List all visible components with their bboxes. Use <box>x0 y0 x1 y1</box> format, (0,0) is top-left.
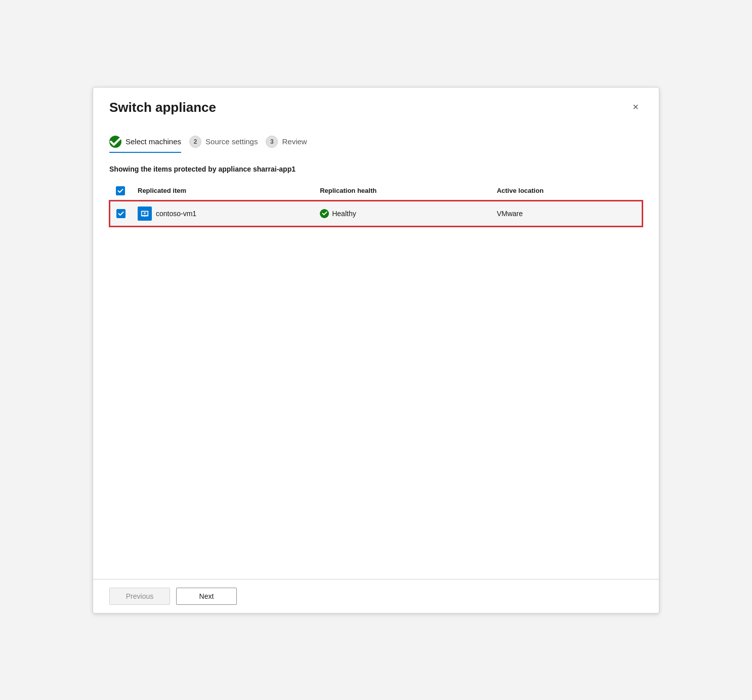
wizard-step-review[interactable]: 3 Review <box>266 136 307 153</box>
machines-table: Replicated item Replication health Activ… <box>109 181 643 227</box>
wizard-steps: Select machines 2 Source settings 3 Revi… <box>109 136 643 153</box>
table-row[interactable]: contoso-vm1 Healthy <box>110 201 642 226</box>
dialog-title: Switch appliance <box>109 100 216 115</box>
vm-icon <box>138 207 152 221</box>
row-name-cell: contoso-vm1 <box>132 201 314 226</box>
step-circle-1 <box>109 136 121 148</box>
step-label-3: Review <box>282 137 307 146</box>
health-container: Healthy <box>320 209 484 218</box>
step-separator-1 <box>181 144 189 144</box>
step-label-1: Select machines <box>126 137 181 146</box>
header-row: Replicated item Replication health Activ… <box>110 181 642 201</box>
table-subtitle: Showing the items protected by appliance… <box>109 165 643 173</box>
row-location-cell: VMware <box>491 201 642 226</box>
header-replicated-item: Replicated item <box>132 181 314 201</box>
dialog-footer: Previous Next <box>93 579 659 613</box>
previous-button[interactable]: Previous <box>109 588 170 605</box>
next-button[interactable]: Next <box>176 588 237 605</box>
table-container: Replicated item Replication health Activ… <box>109 181 643 567</box>
health-icon <box>320 209 329 218</box>
wizard-step-select-machines[interactable]: Select machines <box>109 136 181 153</box>
header-replication-health: Replication health <box>314 181 490 201</box>
step-circle-3: 3 <box>266 136 278 148</box>
item-name-container: contoso-vm1 <box>138 207 308 221</box>
dialog-header: Switch appliance × <box>93 88 659 123</box>
row-checkbox[interactable] <box>116 209 126 218</box>
step-circle-2: 2 <box>189 136 201 148</box>
step-separator-2 <box>258 144 266 144</box>
step-label-2: Source settings <box>205 137 258 146</box>
close-button[interactable]: × <box>629 100 643 114</box>
row-health-cell: Healthy <box>314 201 490 226</box>
select-all-checkbox[interactable] <box>116 186 125 195</box>
wizard-step-source-settings[interactable]: 2 Source settings <box>189 136 258 153</box>
row-checkbox-cell[interactable] <box>110 201 132 226</box>
dialog-body: Select machines 2 Source settings 3 Revi… <box>93 123 659 579</box>
svg-point-2 <box>144 216 145 217</box>
header-checkbox <box>110 181 132 201</box>
table-body: contoso-vm1 Healthy <box>110 201 642 226</box>
machine-name: contoso-vm1 <box>156 210 196 218</box>
switch-appliance-dialog: Switch appliance × Select machines 2 <box>93 87 659 613</box>
header-active-location: Active location <box>491 181 642 201</box>
table-header: Replicated item Replication health Activ… <box>110 181 642 201</box>
health-label: Healthy <box>332 210 356 218</box>
